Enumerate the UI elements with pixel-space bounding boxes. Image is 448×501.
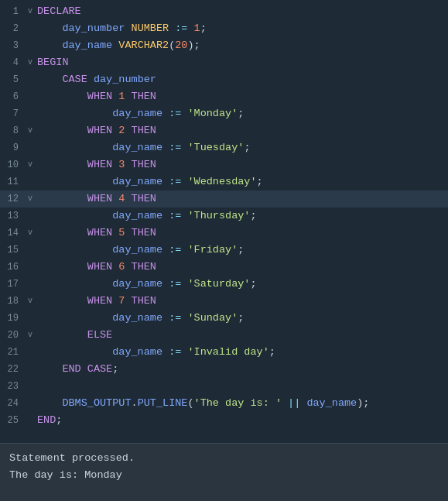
code-line: 7 day_name := 'Monday';	[0, 105, 448, 122]
fold-icon[interactable]: v	[25, 122, 36, 139]
code-content: ELSE	[36, 327, 112, 344]
code-line: 24 DBMS_OUTPUT.PUT_LINE('The day is: ' |…	[0, 395, 448, 412]
code-content: WHEN 2 THEN	[36, 122, 156, 139]
line-number: 4	[0, 54, 25, 71]
line-number: 18	[0, 293, 25, 310]
line-number: 15	[0, 242, 25, 259]
code-line: 13 day_name := 'Thursday';	[0, 208, 448, 225]
line-number: 22	[0, 361, 25, 378]
code-content: WHEN 4 THEN	[36, 190, 156, 208]
line-number: 10	[0, 156, 25, 173]
code-content: BEGIN	[36, 54, 69, 71]
line-number: 11	[0, 173, 25, 190]
code-content: day_name := 'Sunday';	[36, 310, 244, 327]
line-number: 5	[0, 71, 25, 88]
line-number: 13	[0, 208, 25, 225]
code-line: 21 day_name := 'Invalid day';	[0, 344, 448, 361]
fold-icon[interactable]: v	[25, 225, 36, 242]
code-line: 25 END;	[0, 412, 448, 429]
code-content: day_name := 'Monday';	[36, 105, 244, 122]
fold-icon[interactable]: v	[25, 156, 36, 173]
code-content: day_name := 'Friday';	[36, 242, 244, 259]
code-line: 6 WHEN 1 THEN	[0, 88, 448, 105]
code-content: day_name := 'Wednesday';	[36, 173, 263, 190]
code-content: day_name := 'Thursday';	[36, 208, 257, 225]
code-line: 11 day_name := 'Wednesday';	[0, 173, 448, 190]
code-line: 3 day_name VARCHAR2(20);	[0, 37, 448, 54]
code-line: 8v WHEN 2 THEN	[0, 122, 448, 139]
code-content: DECLARE	[36, 3, 81, 20]
code-line: 16 WHEN 6 THEN	[0, 259, 448, 276]
output-line-1: Statement processed.	[9, 450, 439, 467]
line-number: 12	[0, 190, 25, 208]
line-number: 1	[0, 3, 25, 20]
line-number: 17	[0, 276, 25, 293]
code-line: 10v WHEN 3 THEN	[0, 156, 448, 173]
fold-icon[interactable]: v	[25, 190, 36, 208]
code-content: day_name := 'Invalid day';	[36, 344, 275, 361]
output-line-2: The day is: Monday	[9, 467, 439, 484]
line-number: 7	[0, 105, 25, 122]
code-line: 14v WHEN 5 THEN	[0, 225, 448, 242]
line-number: 20	[0, 327, 25, 344]
fold-icon[interactable]: v	[25, 327, 36, 344]
line-number: 8	[0, 122, 25, 139]
line-number: 2	[0, 20, 25, 37]
line-number: 19	[0, 310, 25, 327]
line-number: 3	[0, 37, 25, 54]
code-content: WHEN 5 THEN	[36, 225, 156, 242]
code-content: day_name VARCHAR2(20);	[36, 37, 200, 54]
line-number: 16	[0, 259, 25, 276]
line-number: 23	[0, 378, 25, 395]
line-number: 6	[0, 88, 25, 105]
line-number: 21	[0, 344, 25, 361]
code-line: 17 day_name := 'Saturday';	[0, 276, 448, 293]
code-line: 4vBEGIN	[0, 54, 448, 71]
code-line: 18v WHEN 7 THEN	[0, 293, 448, 310]
code-line: 15 day_name := 'Friday';	[0, 242, 448, 259]
code-content: WHEN 7 THEN	[36, 293, 156, 310]
code-line: 12v WHEN 4 THEN	[0, 190, 448, 208]
fold-icon[interactable]: v	[25, 54, 36, 71]
code-content: WHEN 1 THEN	[36, 88, 156, 105]
code-content: WHEN 3 THEN	[36, 156, 156, 173]
fold-icon[interactable]: v	[25, 3, 36, 20]
line-number: 14	[0, 225, 25, 242]
code-line: 9 day_name := 'Tuesday';	[0, 139, 448, 156]
line-number: 9	[0, 139, 25, 156]
code-content: END CASE;	[36, 361, 118, 378]
code-editor[interactable]: 1vDECLARE2 day_number NUMBER := 1;3 day_…	[0, 0, 448, 443]
code-line: 1vDECLARE	[0, 3, 448, 20]
code-line: 19 day_name := 'Sunday';	[0, 310, 448, 327]
line-number: 24	[0, 395, 25, 412]
output-panel: Statement processed. The day is: Monday	[0, 443, 448, 501]
code-line: 23	[0, 378, 448, 395]
code-content: day_name := 'Tuesday';	[36, 139, 250, 156]
code-content: CASE day_number	[36, 71, 156, 88]
code-line: 22 END CASE;	[0, 361, 448, 378]
code-line: 5 CASE day_number	[0, 71, 448, 88]
code-content: END;	[36, 412, 62, 429]
code-content: WHEN 6 THEN	[36, 259, 156, 276]
code-content: day_name := 'Saturday';	[36, 276, 257, 293]
fold-icon[interactable]: v	[25, 293, 36, 310]
code-line: 2 day_number NUMBER := 1;	[0, 20, 448, 37]
line-number: 25	[0, 412, 25, 429]
code-content: day_number NUMBER := 1;	[36, 20, 207, 37]
code-line: 20v ELSE	[0, 327, 448, 344]
code-content: DBMS_OUTPUT.PUT_LINE('The day is: ' || d…	[36, 395, 369, 412]
